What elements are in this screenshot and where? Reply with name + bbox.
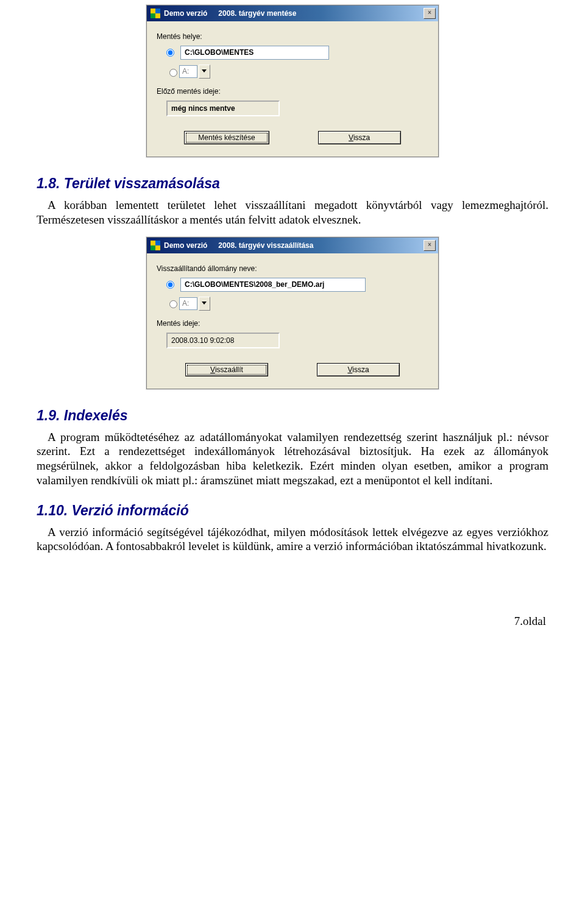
- title-right: 2008. tárgyév visszaállítása: [218, 241, 313, 250]
- radio-drive[interactable]: [169, 300, 177, 308]
- close-icon[interactable]: ×: [424, 8, 436, 19]
- radio-path[interactable]: [166, 281, 174, 289]
- titlebar: Demo verzió 2008. tárgyév visszaállítása…: [147, 238, 438, 253]
- heading-1-10: 1.10. Verzió információ: [37, 503, 548, 519]
- previous-save-value: még nincs mentve: [166, 101, 280, 116]
- heading-1-9: 1.9. Indexelés: [37, 407, 548, 424]
- title-left: Demo verzió: [164, 9, 207, 18]
- page-number: 7.oldal: [37, 615, 548, 628]
- titlebar: Demo verzió 2008. tárgyév mentése ×: [147, 5, 438, 21]
- app-icon: [151, 241, 160, 250]
- chevron-down-icon[interactable]: [199, 297, 210, 311]
- para-1-9: A program működtetéséhez az adatállomány…: [37, 430, 548, 488]
- restore-file-label: Visszaállítandó állomány neve:: [157, 264, 428, 273]
- previous-save-label: Előző mentés ideje:: [157, 87, 428, 96]
- radio-path[interactable]: [166, 49, 174, 57]
- heading-1-8: 1.8. Terület visszamásolása: [37, 175, 548, 192]
- location-label: Mentés helye:: [157, 32, 428, 41]
- chevron-down-icon[interactable]: [199, 65, 210, 79]
- drive-input[interactable]: A:: [179, 65, 197, 78]
- title-right: 2008. tárgyév mentése: [218, 9, 296, 18]
- save-time-value: 2008.03.10 9:02:08: [166, 333, 280, 348]
- para-1-8: A korábban lementett területet lehet vis…: [37, 198, 548, 227]
- close-icon[interactable]: ×: [424, 240, 436, 251]
- dialog-save: Demo verzió 2008. tárgyév mentése × Ment…: [146, 5, 439, 157]
- title-left: Demo verzió: [164, 241, 207, 250]
- path-input[interactable]: C:\GLOBO\MENTES\2008_ber_DEMO.arj: [180, 278, 366, 292]
- path-input[interactable]: C:\GLOBO\MENTES: [180, 46, 329, 60]
- dialog-restore: Demo verzió 2008. tárgyév visszaállítása…: [146, 237, 439, 389]
- back-button[interactable]: Vissza: [317, 363, 400, 376]
- create-save-button[interactable]: Mentés készítése: [184, 131, 269, 144]
- back-button[interactable]: Vissza: [318, 131, 401, 144]
- para-1-10: A verzió információ segítségével tájékoz…: [37, 525, 548, 554]
- drive-input[interactable]: A:: [179, 297, 197, 310]
- app-icon: [151, 9, 160, 18]
- radio-drive[interactable]: [169, 69, 177, 77]
- save-time-label: Mentés ideje:: [157, 319, 428, 328]
- restore-button[interactable]: Visszaállít: [185, 363, 268, 376]
